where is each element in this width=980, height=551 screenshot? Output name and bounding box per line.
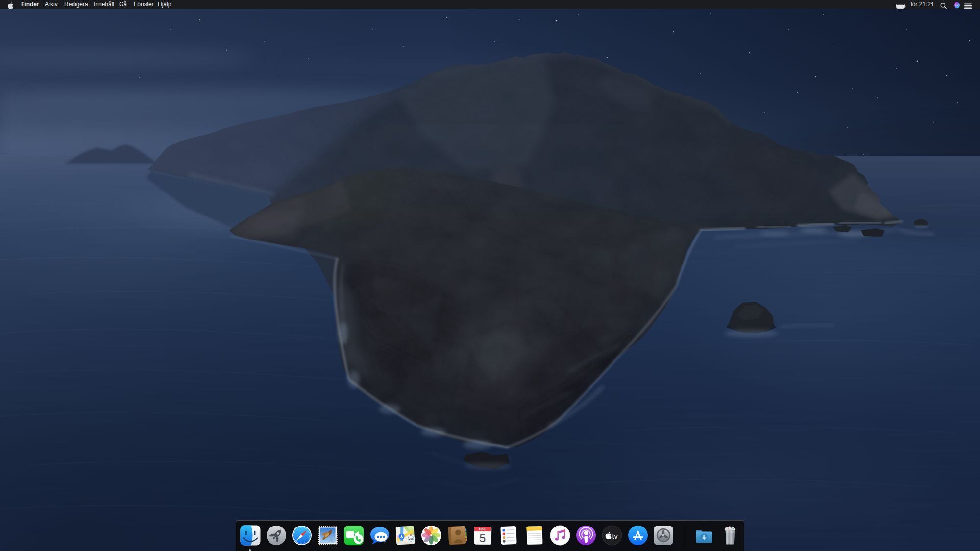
svg-text:5: 5 <box>480 532 486 545</box>
svg-text:tv: tv <box>612 532 618 540</box>
svg-text:OKT.: OKT. <box>479 527 487 531</box>
svg-text:3D: 3D <box>409 537 413 540</box>
